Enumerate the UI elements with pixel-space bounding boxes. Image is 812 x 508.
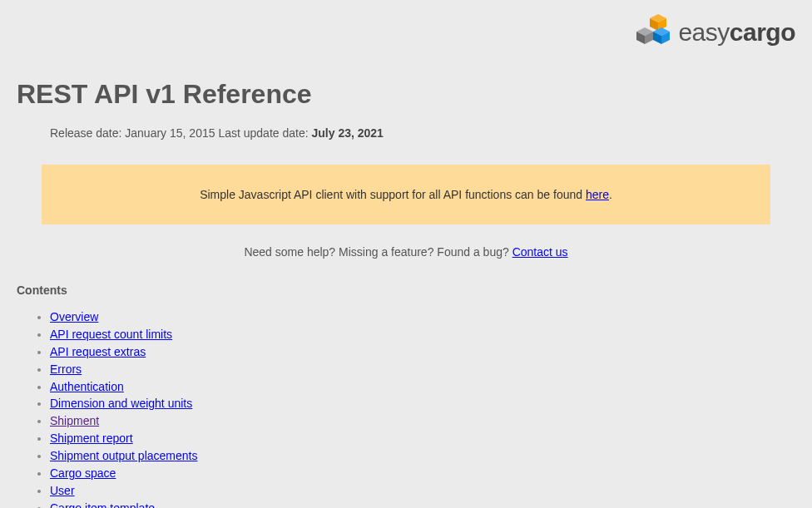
toc-item: Overview [50, 309, 795, 325]
toc-item: Authentication [50, 379, 795, 395]
logo-text: easycargo [678, 18, 795, 47]
toc-item: Errors [50, 362, 795, 377]
toc-link-shipment-output-placements[interactable]: Shipment output placements [50, 449, 197, 462]
toc-link-user[interactable]: User [50, 484, 75, 497]
toc-link-cargo-item-template[interactable]: Cargo item template [50, 501, 155, 508]
page-title: REST API v1 Reference [17, 79, 795, 110]
toc-list: Overview API request count limits API re… [17, 309, 795, 508]
toc-link-api-request-extras[interactable]: API request extras [50, 345, 146, 358]
toc-link-dimension-weight-units[interactable]: Dimension and weight units [50, 397, 192, 410]
toc-item: API request extras [50, 344, 795, 360]
toc-item: Dimension and weight units [50, 396, 795, 412]
banner-here-link[interactable]: here [586, 188, 609, 201]
contents-heading: Contents [17, 284, 795, 297]
meta-dates: Release date: January 15, 2015 Last upda… [50, 126, 795, 140]
toc-link-authentication[interactable]: Authentication [50, 380, 124, 393]
toc-item: Shipment [50, 413, 795, 429]
toc-item: Cargo space [50, 466, 795, 481]
toc-item: User [50, 483, 795, 499]
toc-link-api-request-count-limits[interactable]: API request count limits [50, 328, 172, 341]
toc-item: Shipment output placements [50, 448, 795, 464]
toc-link-errors[interactable]: Errors [50, 363, 82, 376]
toc-link-overview[interactable]: Overview [50, 310, 98, 323]
toc-item: Cargo item template [50, 501, 795, 508]
toc-item: Shipment report [50, 431, 795, 446]
toc-item: API request count limits [50, 327, 795, 343]
contact-us-link[interactable]: Contact us [512, 245, 568, 259]
info-banner: Simple Javascript API client with suppor… [42, 165, 770, 224]
help-line: Need some help? Missing a feature? Found… [17, 245, 795, 259]
toc-link-cargo-space[interactable]: Cargo space [50, 466, 116, 480]
logo-icon [635, 12, 675, 52]
toc-link-shipment-report[interactable]: Shipment report [50, 432, 133, 445]
toc-link-shipment[interactable]: Shipment [50, 414, 99, 427]
logo: easycargo [635, 12, 795, 52]
